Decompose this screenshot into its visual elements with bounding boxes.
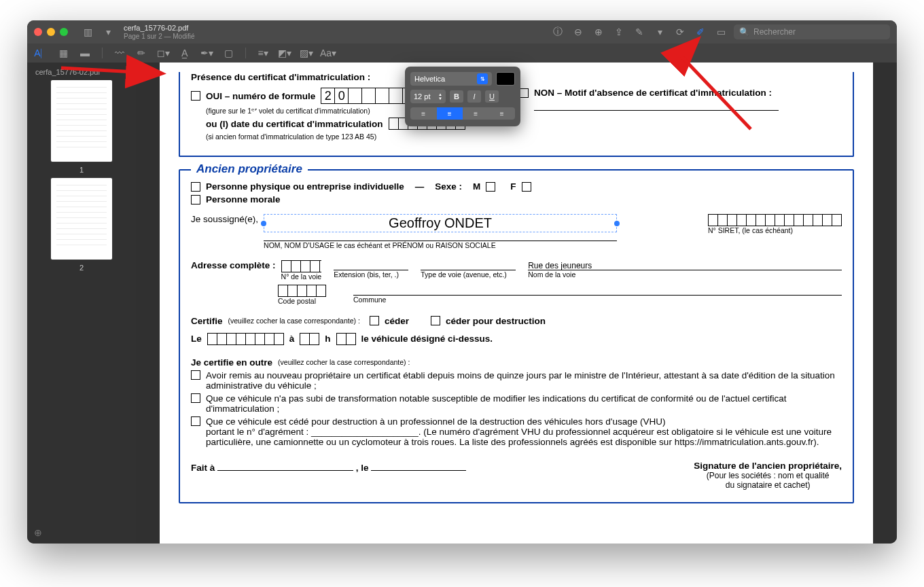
- c3b-text: portant le n° d'agrément : _____________…: [206, 427, 832, 447]
- title-block: cerfa_15776-02.pdf Page 1 sur 2 — Modifi…: [124, 24, 195, 39]
- close-button[interactable]: [34, 28, 42, 36]
- search-field[interactable]: 🔍 Rechercher: [734, 24, 890, 39]
- c3a-text: Que ce véhicule est cédé pour destructio…: [206, 416, 665, 427]
- info-icon[interactable]: ⓘ: [550, 24, 565, 39]
- ext-line[interactable]: [334, 260, 408, 270]
- type-sub: Type de voie (avenue, etc.): [421, 270, 516, 279]
- num-sub: N° de la voie: [281, 272, 322, 281]
- checkbox-personne-morale[interactable]: [191, 195, 200, 204]
- fait-a-label: Fait à: [191, 463, 215, 473]
- certifie-note: (veuillez cocher la case correspondante)…: [228, 317, 360, 325]
- checkbox-c3[interactable]: [191, 416, 200, 426]
- vehicule-label: le véhicule désigné ci-dessus.: [361, 334, 493, 344]
- document-viewport[interactable]: Présence du certificat d'immatriculation…: [136, 63, 897, 544]
- markup-toggle-icon[interactable]: ✐: [693, 24, 708, 39]
- sketch-icon[interactable]: 〰: [112, 46, 127, 60]
- font-select[interactable]: Helvetica ⇅: [410, 72, 492, 86]
- checkbox-personne-physique[interactable]: [191, 182, 200, 192]
- fait-a-block: Fait à , le: [191, 461, 466, 490]
- add-page-icon[interactable]: ⊕: [34, 527, 42, 538]
- page-thumbnail-1[interactable]: [51, 80, 112, 162]
- align-justify-icon[interactable]: ≡: [489, 107, 516, 120]
- date-le-cells[interactable]: [207, 333, 284, 345]
- text-tool-icon[interactable]: A⎸: [34, 46, 49, 60]
- redact-tool-icon[interactable]: ▬: [77, 46, 92, 60]
- dropdown-icon[interactable]: ▾: [101, 24, 116, 39]
- cp-sub: Code postal: [278, 297, 326, 305]
- text-box-icon[interactable]: A̲: [177, 46, 192, 60]
- filename: cerfa_15776-02.pdf: [124, 24, 195, 32]
- search-placeholder: Rechercher: [753, 27, 796, 37]
- text-align-segment[interactable]: ≡ ≡ ≡ ≡: [410, 107, 515, 120]
- name-textbox[interactable]: Geoffroy ONDET: [264, 214, 617, 232]
- thumb-label-1: 1: [33, 166, 130, 174]
- rotate-icon[interactable]: ⟳: [673, 24, 688, 39]
- page-thumbnail-2[interactable]: [51, 178, 112, 260]
- highlight-icon[interactable]: ✎: [632, 24, 647, 39]
- align-center-icon[interactable]: ≡: [437, 107, 463, 120]
- checkbox-oui[interactable]: [191, 91, 200, 101]
- num-voie-cells[interactable]: [281, 260, 322, 272]
- body: cerfa_15776-02.pdf 1 2 ⊕ Présence du cer…: [27, 63, 897, 544]
- text-style-icon[interactable]: Aa▾: [321, 46, 336, 60]
- maximize-button[interactable]: [60, 28, 68, 36]
- underline-button[interactable]: U: [485, 90, 499, 103]
- stepper-icon[interactable]: ▲▼: [438, 92, 442, 101]
- highlight-dropdown-icon[interactable]: ▾: [652, 24, 667, 39]
- shapes-icon[interactable]: ◻▾: [156, 46, 171, 60]
- font-size-field[interactable]: 12 pt ▲▼: [410, 90, 446, 103]
- checkbox-ceder[interactable]: [370, 316, 379, 325]
- markup-toolbar: A⎸ ▦ ▬ 〰 ✏ ◻▾ A̲ ✒▾ ▢ ≡▾ ◩▾ ▨▾ Aa▾: [27, 43, 897, 63]
- stroke-icon[interactable]: ≡▾: [255, 46, 270, 60]
- draw-icon[interactable]: ✏: [134, 46, 149, 60]
- align-left-icon[interactable]: ≡: [410, 107, 437, 120]
- fait-a-line[interactable]: [217, 461, 353, 471]
- fill-color-icon[interactable]: ▨▾: [299, 46, 314, 60]
- dash: —: [415, 181, 425, 192]
- heure-cells[interactable]: [300, 333, 319, 345]
- select-tool-icon[interactable]: ▦: [56, 46, 71, 60]
- checkbox-ceder-destruction[interactable]: [431, 316, 440, 325]
- checkbox-c1[interactable]: [191, 370, 200, 380]
- zoom-in-icon[interactable]: ⊕: [591, 24, 606, 39]
- note-icon[interactable]: ▢: [221, 46, 236, 60]
- thumb-label-2: 2: [33, 264, 130, 272]
- a-label: à: [289, 334, 295, 344]
- bold-button[interactable]: B: [450, 90, 463, 103]
- motif-line[interactable]: [534, 101, 779, 111]
- minimize-button[interactable]: [47, 28, 55, 36]
- commune-line[interactable]: [353, 285, 842, 296]
- c2-text: Que ce véhicule n'a pas subi de transfor…: [206, 393, 842, 414]
- zoom-out-icon[interactable]: ⊖: [571, 24, 586, 39]
- sig-title: Signature de l'ancien propriétaire,: [694, 461, 842, 471]
- h-label: h: [325, 334, 330, 344]
- font-color-swatch[interactable]: [496, 72, 515, 86]
- ceder-destruction-label: céder pour destruction: [446, 316, 546, 326]
- le2-line[interactable]: [371, 461, 466, 471]
- sign-icon[interactable]: ✒▾: [199, 46, 214, 60]
- border-color-icon[interactable]: ◩▾: [277, 46, 292, 60]
- name-underline: [264, 231, 617, 241]
- pm-label: Personne morale: [206, 194, 281, 204]
- checkbox-c2[interactable]: [191, 393, 200, 403]
- non-label: NON – Motif d'absence de certificat d'im…: [534, 88, 772, 98]
- c1-text: Avoir remis au nouveau propriétaire un c…: [206, 370, 842, 391]
- siret-cells[interactable]: [708, 214, 842, 226]
- checkbox-non[interactable]: [519, 88, 529, 98]
- outre-note: (veuillez cocher la case correspondante)…: [278, 358, 410, 366]
- type-line[interactable]: [421, 260, 516, 270]
- share-icon[interactable]: ⇪: [611, 24, 626, 39]
- certifie-label: Certifie: [191, 316, 223, 326]
- minute-cells[interactable]: [336, 333, 356, 345]
- checkbox-sexe-m[interactable]: [486, 182, 495, 192]
- sidebar-toggle-icon[interactable]: ▥: [80, 24, 95, 39]
- ceder-label: céder: [385, 316, 409, 326]
- checkbox-sexe-f[interactable]: [522, 182, 531, 192]
- nom-voie-line[interactable]: Rue des jeuneurs: [528, 260, 842, 270]
- align-right-icon[interactable]: ≡: [463, 107, 489, 120]
- font-size-value: 12 pt: [414, 92, 430, 101]
- italic-button[interactable]: I: [467, 90, 481, 103]
- cp-cells[interactable]: [278, 285, 326, 297]
- outre-label: Je certifie en outre: [191, 357, 272, 368]
- form-icon[interactable]: ▭: [713, 24, 728, 39]
